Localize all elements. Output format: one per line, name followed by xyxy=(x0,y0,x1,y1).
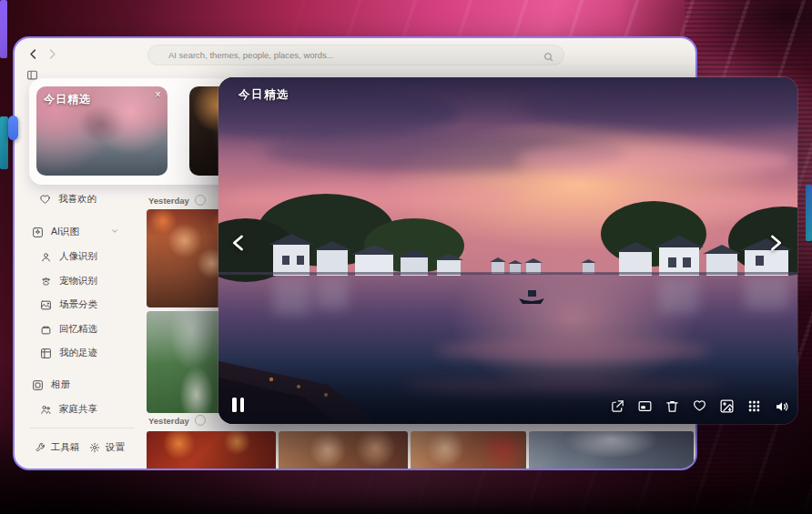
footprints-icon xyxy=(40,348,52,359)
photo-thumbnail-friends[interactable] xyxy=(411,431,526,470)
search-icon[interactable] xyxy=(543,50,554,66)
search-bar[interactable] xyxy=(147,45,564,66)
save-image-icon[interactable] xyxy=(719,398,735,414)
sidebar-item-albums[interactable]: 相册 xyxy=(32,376,70,394)
toolbox-button[interactable]: 工具箱 xyxy=(35,441,80,454)
mini-window-icon[interactable] xyxy=(637,398,653,414)
desktop: 今日精选 × 我喜欢的 AI识图 人像识别 宠物识别 场景分 xyxy=(0,0,812,514)
teal-edge-strip-left xyxy=(0,116,8,169)
family-share-icon xyxy=(40,404,52,416)
sidebar-item-footprints[interactable]: 我的足迹 xyxy=(40,344,97,362)
back-button[interactable] xyxy=(26,47,41,62)
teal-edge-strip-right xyxy=(806,185,812,241)
next-photo-button[interactable] xyxy=(763,230,788,256)
sidebar-item-ai-recognition[interactable]: AI识图 xyxy=(32,223,119,241)
chevron-down-icon[interactable] xyxy=(110,227,119,237)
featured-card-today[interactable]: 今日精选 × xyxy=(36,86,167,176)
sidebar-item-label: 相册 xyxy=(51,378,70,391)
sidebar-item-favorites[interactable]: 我喜欢的 xyxy=(39,190,96,208)
portrait-recognition-icon xyxy=(40,251,52,263)
sidebar-divider xyxy=(29,428,135,428)
scene-category-icon xyxy=(40,299,52,311)
sidebar-item-label: 宠物识别 xyxy=(59,275,97,287)
viewer-top-shade xyxy=(218,77,797,125)
sidebar-item-label: AI识图 xyxy=(51,226,79,238)
photo-strip xyxy=(147,431,694,470)
viewer-bottom-shade xyxy=(218,358,797,424)
group-header-yesterday-2: Yesterday xyxy=(148,415,206,426)
group-label-text: Yesterday xyxy=(148,196,189,206)
select-all-checkbox[interactable] xyxy=(195,195,206,206)
sidebar-item-pet-recognition[interactable]: 宠物识别 xyxy=(40,272,97,290)
albums-icon xyxy=(32,379,44,391)
photo-viewer-window: 今日精选 xyxy=(218,77,797,424)
grid-view-icon[interactable] xyxy=(746,398,762,414)
toolbox-label: 工具箱 xyxy=(51,441,80,454)
pause-button[interactable] xyxy=(232,398,246,412)
sidebar-item-label: 回忆精选 xyxy=(59,323,97,336)
sidebar-item-family-share[interactable]: 家庭共享 xyxy=(40,400,97,418)
featured-cards-panel: 今日精选 × xyxy=(29,78,238,185)
purple-edge-strip xyxy=(0,0,7,58)
close-icon[interactable]: × xyxy=(155,88,161,101)
group-label-text: Yesterday xyxy=(148,416,189,426)
viewer-title: 今日精选 xyxy=(239,87,289,103)
featured-card-label: 今日精选 xyxy=(44,92,91,107)
volume-icon[interactable] xyxy=(774,398,789,414)
forward-button[interactable] xyxy=(46,47,60,62)
sidebar-item-scene-category[interactable]: 场景分类 xyxy=(40,296,97,314)
settings-label: 设置 xyxy=(106,441,125,454)
sidebar-item-portrait-recognition[interactable]: 人像识别 xyxy=(40,247,97,266)
photo-thumbnail-family-gathering[interactable] xyxy=(279,431,408,470)
settings-button[interactable]: 设置 xyxy=(89,441,125,454)
search-input[interactable] xyxy=(148,50,563,60)
select-all-checkbox[interactable] xyxy=(195,415,206,426)
favorites-icon xyxy=(39,194,51,206)
sidebar-item-label: 家庭共享 xyxy=(59,403,97,416)
memories-icon xyxy=(40,324,52,336)
sidebar-item-label: 我喜欢的 xyxy=(58,193,96,206)
sidebar-item-label: 人像识别 xyxy=(59,250,97,263)
toolbox-icon xyxy=(35,442,46,453)
favorite-icon[interactable] xyxy=(692,398,707,414)
sidebar-item-memories[interactable]: 回忆精选 xyxy=(40,320,97,338)
share-icon[interactable] xyxy=(610,398,625,414)
sidebar-item-label: 场景分类 xyxy=(59,298,97,311)
sidebar-item-label: 我的足迹 xyxy=(59,347,97,359)
edge-scroll-handle[interactable] xyxy=(8,116,18,140)
ai-recognition-icon xyxy=(32,227,44,238)
previous-photo-button[interactable] xyxy=(226,230,251,256)
delete-icon[interactable] xyxy=(665,398,680,414)
photo-thumbnail-crowd[interactable] xyxy=(529,431,694,470)
photo-thumbnail-lantern-festival[interactable] xyxy=(147,431,276,470)
group-header-yesterday-1: Yesterday xyxy=(148,195,206,206)
viewer-toolbar xyxy=(610,398,789,414)
pet-recognition-icon xyxy=(40,276,52,287)
settings-icon xyxy=(89,442,100,453)
